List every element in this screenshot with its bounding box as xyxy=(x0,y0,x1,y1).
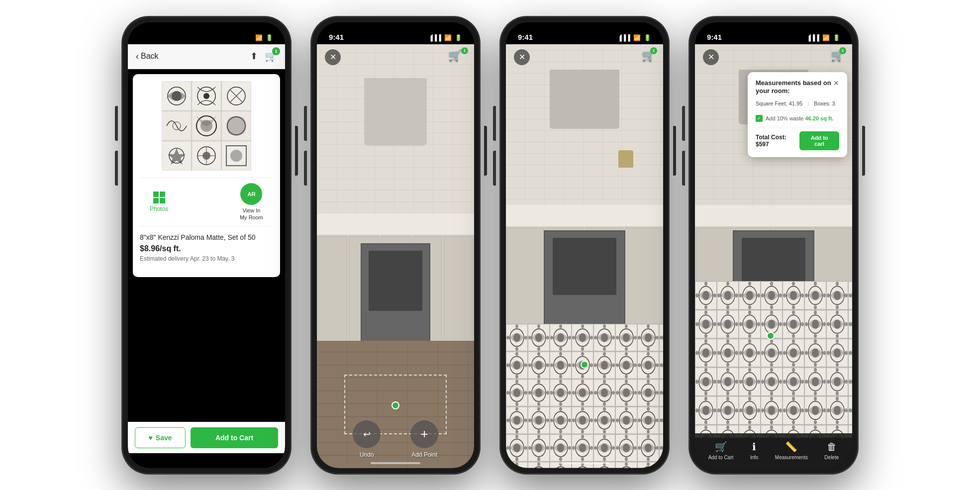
notch-3 xyxy=(545,22,624,37)
waste-checkbox[interactable]: ✓ xyxy=(756,115,763,122)
status-icons-4: ▐▐▐ 📶 🔋 xyxy=(806,34,840,41)
boxes-metric: Boxes: 3 xyxy=(814,100,835,106)
ar-badge-text: AR xyxy=(248,191,256,197)
add-to-cart-button[interactable]: Add to Cart xyxy=(191,427,278,448)
product-name: 8"x8" Kenzzi Paloma Matte, Set of 50 xyxy=(140,233,273,241)
waste-label: Add 10% waste 46.20 sq ft. xyxy=(766,115,833,121)
home-indicator-3 xyxy=(560,462,609,464)
ar-bottom-controls-2: ↩ Undo + Add Point xyxy=(317,420,474,458)
ar-anchor-dot-3 xyxy=(581,361,588,369)
popup-total-row: Total Cost: $597 Add to cart xyxy=(756,131,839,150)
ar-tab-bar: 🛒 Add to Cart ℹ Info 📏 Measurements 🗑 De… xyxy=(695,433,852,468)
popup-add-cart-button[interactable]: Add to cart xyxy=(799,131,839,150)
header-icons: ⬆ 🛒 1 xyxy=(250,50,277,62)
kitchen-counter xyxy=(317,213,474,235)
status-icons-2: ▐▐▐ 📶 🔋 xyxy=(428,34,462,41)
view-options-row: Photos AR View InMy Room xyxy=(140,178,273,227)
product-delivery: Estimated delivery Apr. 23 to May. 3 xyxy=(140,255,273,262)
ar-cart-badge-2: 1 xyxy=(461,47,468,54)
tab-delete[interactable]: 🗑 Delete xyxy=(824,441,839,460)
back-label: Back xyxy=(141,52,159,61)
phones-container: 9:41 ▐▐▐ 📶 🔋 ‹ Back ⬆ xyxy=(112,6,868,484)
ar-cart-badge-3: 1 xyxy=(650,47,657,54)
add-point-label: Add Point xyxy=(411,451,437,458)
add-point-button[interactable]: + Add Point xyxy=(410,420,438,458)
ar-close-button-3[interactable]: ✕ xyxy=(514,49,530,65)
oven xyxy=(361,243,430,345)
metric-divider: | xyxy=(807,100,809,106)
counter-4 xyxy=(695,205,852,226)
ar-close-button-4[interactable]: ✕ xyxy=(703,49,719,65)
square-feet-metric: Square Feet: 41.95 xyxy=(756,100,802,106)
product-image xyxy=(162,81,251,171)
tab-add-to-cart[interactable]: 🛒 Add to Cart xyxy=(708,441,734,460)
phone-3: 9:41 ▐▐▐ 📶 🔋 ✕ 🛒 1 xyxy=(500,16,669,474)
back-button[interactable]: ‹ Back xyxy=(136,51,159,62)
range-hood xyxy=(364,78,427,146)
undo-label: Undo xyxy=(360,451,374,458)
status-time-1: 9:41 xyxy=(140,33,155,41)
cart-icon-wrap[interactable]: 🛒 1 xyxy=(265,50,277,62)
ar-anchor-dot-4 xyxy=(767,332,775,340)
popup-add-cart-label: Add to cart xyxy=(811,135,828,147)
ar-badge: AR xyxy=(240,183,262,205)
photos-button[interactable]: Photos xyxy=(150,192,168,212)
home-indicator-1 xyxy=(182,462,231,464)
battery-icon-2: 🔋 xyxy=(455,34,462,41)
popup-close-button[interactable]: ✕ xyxy=(833,79,839,87)
photos-grid-icon xyxy=(153,192,165,203)
product-card: Photos AR View InMy Room 8"x8" Kenzzi Pa… xyxy=(133,74,280,278)
cart-badge: 1 xyxy=(272,47,280,55)
popup-title: Measurements based onyour room: xyxy=(756,79,831,96)
counter-3 xyxy=(506,205,663,226)
ar-close-button[interactable]: ✕ xyxy=(325,49,341,65)
ar-camera-scene-3 xyxy=(506,44,663,468)
ar-camera-scene-2 xyxy=(317,44,474,468)
notch-4 xyxy=(734,22,813,37)
tab-cart-label: Add to Cart xyxy=(708,455,734,460)
status-time-2: 9:41 xyxy=(329,33,344,41)
add-to-cart-label: Add to Cart xyxy=(215,434,253,442)
waste-value: 46.20 sq ft. xyxy=(805,115,834,121)
share-icon[interactable]: ⬆ xyxy=(250,51,258,62)
tab-measurements-label: Measurements xyxy=(775,455,808,460)
tab-info[interactable]: ℹ Info xyxy=(750,441,759,460)
status-icons-1: ▐▐▐ 📶 🔋 xyxy=(239,34,273,41)
ar-view-button[interactable]: AR View InMy Room xyxy=(240,183,263,221)
wifi-icon-3: 📶 xyxy=(633,34,641,41)
phone-4: 9:41 ▐▐▐ 📶 🔋 ✕ 🛒 1 Meas xyxy=(689,16,858,474)
tab-trash-icon: 🗑 xyxy=(827,441,837,453)
popup-divider xyxy=(756,127,839,127)
home-indicator-2 xyxy=(371,462,420,464)
total-cost-label: Total Cost: $597 xyxy=(756,134,799,148)
svg-point-27 xyxy=(230,150,242,162)
tile-floor-overlay-3 xyxy=(506,324,663,468)
range-hood-3 xyxy=(550,70,619,129)
wifi-icon-2: 📶 xyxy=(444,34,452,41)
save-button[interactable]: ♥ Save xyxy=(135,427,186,448)
ar-cart-button[interactable]: 🛒 1 xyxy=(448,49,466,67)
notch-2 xyxy=(356,22,435,37)
wifi-icon: 📶 xyxy=(255,34,263,41)
ar-anchor-dot xyxy=(392,401,399,409)
kettle xyxy=(618,150,633,168)
tab-measurements[interactable]: 📏 Measurements xyxy=(775,441,808,460)
waste-row: ✓ Add 10% waste 46.20 sq ft. xyxy=(756,115,839,122)
ar-cart-button-3[interactable]: 🛒 1 xyxy=(642,49,655,62)
status-time-3: 9:41 xyxy=(518,33,533,41)
battery-icon: 🔋 xyxy=(266,34,273,41)
phone-2: 9:41 ▐▐▐ 📶 🔋 ✕ 🛒 1 xyxy=(311,16,480,474)
tab-ruler-icon: 📏 xyxy=(785,441,797,453)
tab-cart-icon: 🛒 xyxy=(715,441,727,453)
plus-icon: + xyxy=(420,426,428,442)
svg-rect-45 xyxy=(695,281,852,438)
back-chevron-icon: ‹ xyxy=(136,51,139,62)
status-icons-3: ▐▐▐ 📶 🔋 xyxy=(617,34,651,41)
undo-button[interactable]: ↩ Undo xyxy=(353,420,381,458)
heart-icon: ♥ xyxy=(148,434,152,442)
ar-cart-button-4[interactable]: 🛒 1 xyxy=(831,49,844,62)
phone-1: 9:41 ▐▐▐ 📶 🔋 ‹ Back ⬆ xyxy=(122,16,291,474)
wifi-icon-4: 📶 xyxy=(822,34,830,41)
svg-rect-36 xyxy=(506,324,663,468)
product-footer: ♥ Save Add to Cart xyxy=(128,422,285,453)
